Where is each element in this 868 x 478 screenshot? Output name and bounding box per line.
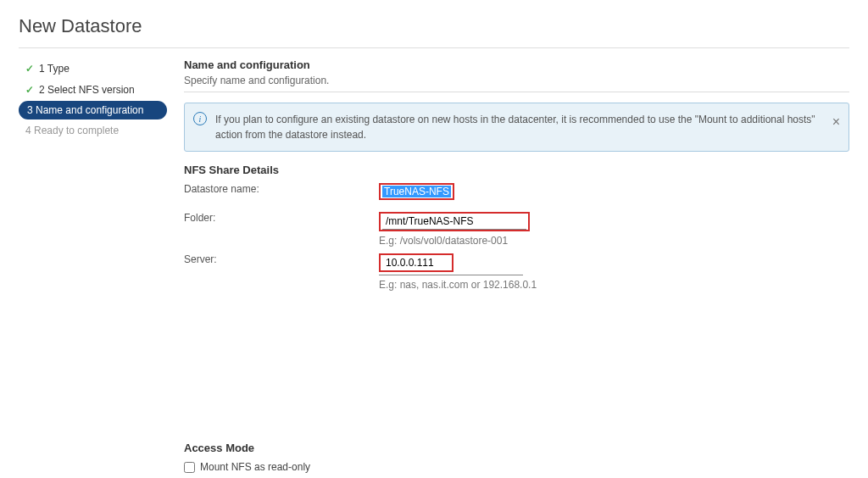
readonly-label: Mount NFS as read-only: [200, 461, 310, 473]
section-title: Name and configuration: [184, 58, 849, 71]
server-input[interactable]: [382, 255, 450, 270]
access-mode-title: Access Mode: [184, 442, 849, 454]
datastore-name-label: Datastore name:: [184, 183, 379, 200]
server-hint: E.g: nas, nas.it.com or 192.168.0.1: [379, 279, 849, 291]
folder-label: Folder:: [184, 212, 379, 247]
wizard-step-label: 4 Ready to complete: [25, 125, 119, 136]
wizard-sidebar: 1 Type 2 Select NFS version 3 Name and c…: [19, 48, 167, 478]
section-desc: Specify name and configuration.: [184, 75, 849, 86]
info-icon: i: [193, 112, 207, 125]
close-icon[interactable]: ×: [832, 112, 840, 132]
content-panel: Name and configuration Specify name and …: [184, 48, 849, 478]
folder-input[interactable]: [382, 214, 526, 230]
highlight-server: [379, 253, 453, 272]
info-text: If you plan to configure an existing dat…: [215, 114, 815, 141]
wizard-step-nfs-version[interactable]: 2 Select NFS version: [19, 80, 167, 100]
wizard-step-label: 2 Select NFS version: [39, 84, 135, 96]
wizard-step-ready: 4 Ready to complete: [19, 120, 167, 141]
dialog-title: New Datastore: [19, 15, 849, 37]
datastore-name-input[interactable]: TrueNAS-NFS: [382, 186, 451, 197]
section-divider: [184, 92, 849, 92]
folder-hint: E.g: /vols/vol0/datastore-001: [379, 235, 849, 247]
highlight-datastore-name: TrueNAS-NFS: [379, 183, 454, 200]
info-box: i If you plan to configure an existing d…: [184, 103, 849, 152]
nfs-share-title: NFS Share Details: [184, 164, 849, 176]
highlight-folder: [379, 212, 530, 231]
wizard-step-name-config[interactable]: 3 Name and configuration: [19, 101, 167, 119]
wizard-step-label: 1 Type: [39, 63, 70, 75]
server-label: Server:: [184, 253, 379, 291]
wizard-step-label: 3 Name and configuration: [27, 104, 143, 116]
wizard-step-type[interactable]: 1 Type: [19, 58, 167, 79]
readonly-checkbox[interactable]: [184, 462, 195, 473]
